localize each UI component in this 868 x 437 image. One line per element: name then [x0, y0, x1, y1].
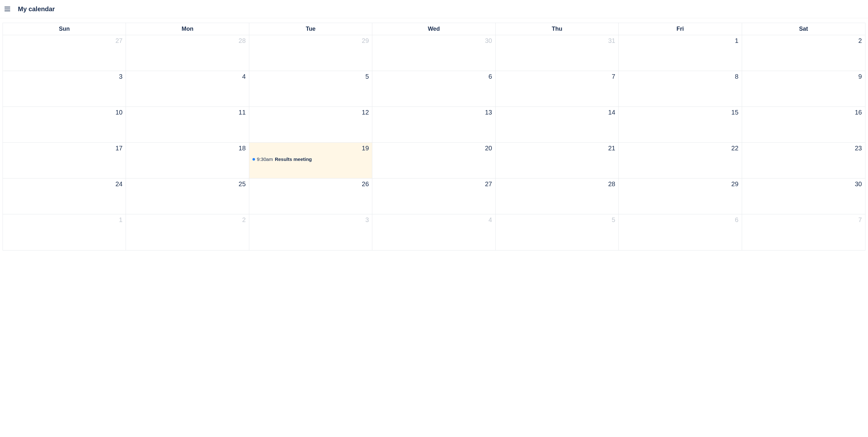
- day-cell[interactable]: 6: [619, 214, 742, 250]
- day-cell[interactable]: 10: [3, 107, 126, 143]
- day-number: 4: [129, 73, 245, 80]
- day-cell[interactable]: 7: [742, 214, 865, 250]
- day-number: 7: [745, 216, 862, 224]
- calendar-event[interactable]: 9:30amResults meeting: [252, 156, 369, 162]
- day-cell[interactable]: 20: [372, 143, 495, 178]
- day-number: 4: [375, 216, 492, 224]
- day-cell[interactable]: 15: [619, 107, 742, 143]
- day-cell[interactable]: 27: [372, 178, 495, 214]
- day-number: 31: [499, 37, 615, 45]
- day-header: Mon: [126, 23, 249, 35]
- day-cell[interactable]: 14: [496, 107, 619, 143]
- day-cell[interactable]: 21: [496, 143, 619, 178]
- day-number: 12: [252, 109, 369, 116]
- day-cell[interactable]: 12: [249, 107, 372, 143]
- day-number: 3: [252, 216, 369, 224]
- day-number: 2: [745, 37, 862, 45]
- day-number: 3: [6, 73, 122, 80]
- day-cell[interactable]: 4: [372, 214, 495, 250]
- hamburger-menu-icon[interactable]: [4, 5, 11, 13]
- day-header: Sun: [3, 23, 126, 35]
- day-cell[interactable]: 16: [742, 107, 865, 143]
- day-cell[interactable]: 7: [496, 71, 619, 107]
- day-number: 1: [6, 216, 122, 224]
- calendar-weeks: 2728293031123456789101112131415161718199…: [3, 35, 865, 250]
- day-number: 5: [499, 216, 615, 224]
- event-dot-icon: [252, 158, 255, 161]
- day-cell[interactable]: 4: [126, 71, 249, 107]
- day-cell[interactable]: 18: [126, 143, 249, 178]
- day-cell[interactable]: 26: [249, 178, 372, 214]
- day-number: 7: [499, 73, 615, 80]
- day-number: 27: [6, 37, 122, 45]
- day-header: Fri: [619, 23, 742, 35]
- day-cell[interactable]: 31: [496, 35, 619, 71]
- day-number: 6: [622, 216, 738, 224]
- day-number: 16: [745, 109, 862, 116]
- calendar-week: 1718199:30amResults meeting20212223: [3, 143, 865, 178]
- day-number: 15: [622, 109, 738, 116]
- day-cell[interactable]: 25: [126, 178, 249, 214]
- day-number: 30: [375, 37, 492, 45]
- day-cell[interactable]: 29: [249, 35, 372, 71]
- day-number: 27: [375, 180, 492, 188]
- day-number: 30: [745, 180, 862, 188]
- day-number: 10: [6, 109, 122, 116]
- day-number: 23: [745, 145, 862, 152]
- day-header: Wed: [372, 23, 495, 35]
- day-cell[interactable]: 24: [3, 178, 126, 214]
- day-header: Sat: [742, 23, 865, 35]
- day-cell[interactable]: 27: [3, 35, 126, 71]
- day-number: 9: [745, 73, 862, 80]
- day-number: 11: [129, 109, 245, 116]
- day-cell[interactable]: 28: [126, 35, 249, 71]
- day-number: 20: [375, 145, 492, 152]
- calendar-grid: SunMonTueWedThuFriSat 272829303112345678…: [3, 23, 865, 251]
- day-cell[interactable]: 30: [742, 178, 865, 214]
- page-title: My calendar: [18, 5, 55, 13]
- day-number: 8: [622, 73, 738, 80]
- day-cell[interactable]: 199:30amResults meeting: [249, 143, 372, 178]
- day-cell[interactable]: 22: [619, 143, 742, 178]
- day-cell[interactable]: 5: [496, 214, 619, 250]
- event-time: 9:30am: [257, 156, 273, 162]
- day-number: 19: [252, 145, 369, 152]
- day-number: 18: [129, 145, 245, 152]
- day-cell[interactable]: 2: [742, 35, 865, 71]
- day-number: 22: [622, 145, 738, 152]
- day-cell[interactable]: 6: [372, 71, 495, 107]
- day-cell[interactable]: 29: [619, 178, 742, 214]
- calendar-day-headers: SunMonTueWedThuFriSat: [3, 23, 865, 35]
- day-cell[interactable]: 3: [249, 214, 372, 250]
- day-cell[interactable]: 3: [3, 71, 126, 107]
- day-number: 6: [375, 73, 492, 80]
- day-number: 25: [129, 180, 245, 188]
- day-cell[interactable]: 5: [249, 71, 372, 107]
- calendar-week: 272829303112: [3, 35, 865, 71]
- day-number: 28: [129, 37, 245, 45]
- day-cell[interactable]: 1: [619, 35, 742, 71]
- page-header: My calendar: [0, 0, 868, 18]
- day-cell[interactable]: 28: [496, 178, 619, 214]
- day-header: Tue: [249, 23, 372, 35]
- day-cell[interactable]: 23: [742, 143, 865, 178]
- calendar-week: 3456789: [3, 71, 865, 107]
- day-cell[interactable]: 11: [126, 107, 249, 143]
- day-cell[interactable]: 13: [372, 107, 495, 143]
- day-cell[interactable]: 8: [619, 71, 742, 107]
- day-cell[interactable]: 1: [3, 214, 126, 250]
- day-number: 5: [252, 73, 369, 80]
- day-cell[interactable]: 2: [126, 214, 249, 250]
- day-cell[interactable]: 9: [742, 71, 865, 107]
- day-number: 14: [499, 109, 615, 116]
- day-number: 24: [6, 180, 122, 188]
- day-number: 2: [129, 216, 245, 224]
- day-number: 13: [375, 109, 492, 116]
- day-cell[interactable]: 17: [3, 143, 126, 178]
- day-number: 21: [499, 145, 615, 152]
- day-header: Thu: [496, 23, 619, 35]
- calendar-week: 1234567: [3, 214, 865, 250]
- day-number: 29: [252, 37, 369, 45]
- day-number: 28: [499, 180, 615, 188]
- day-cell[interactable]: 30: [372, 35, 495, 71]
